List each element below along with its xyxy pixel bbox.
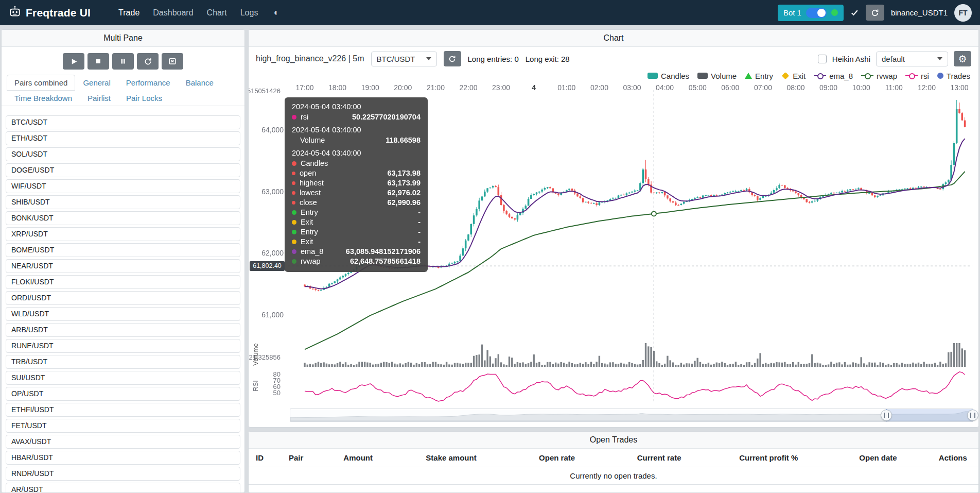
col-open-rate: Open rate [504, 449, 610, 467]
pair-list-item[interactable]: HBAR/USDT [6, 451, 240, 465]
datazoom-slider[interactable] [290, 409, 973, 422]
pair-list-item[interactable]: WLD/USDT [6, 307, 240, 321]
legend-label: Candles [661, 72, 689, 80]
pair-list-item[interactable]: OP/USDT [6, 387, 240, 401]
main-content: Multi Pane Pairs combined General Perfor… [0, 25, 980, 493]
col-actions: Actions [927, 449, 978, 467]
theme-toggle-icon[interactable]: ◐ [273, 7, 279, 18]
pane-tabs: Pairs combined General Performance Balan… [2, 75, 244, 106]
pair-select-value: BTC/USDT [377, 55, 415, 63]
pair-list-item[interactable]: RUNE/USDT [6, 339, 240, 353]
pair-list-item[interactable]: XRP/USDT [6, 227, 240, 241]
reload-config-button[interactable] [137, 53, 159, 70]
Volume-marker-icon [697, 73, 708, 79]
nav-chart[interactable]: Chart [207, 8, 227, 18]
pair-list-item[interactable]: ETH/USDT [6, 131, 240, 145]
tooltip-row-Volume: Volume118.66598 [292, 136, 421, 144]
datazoom-left-handle[interactable] [881, 410, 892, 421]
pair-list-item[interactable]: FET/USDT [6, 419, 240, 433]
pair-list-item[interactable]: BOME/USDT [6, 243, 240, 257]
tab-performance[interactable]: Performance [118, 75, 178, 91]
empty-trades-message: Currently no open trades. [249, 467, 978, 485]
crosshair-price-tag: 61,802.40 [250, 261, 285, 271]
rvwap-dot-icon [292, 259, 296, 264]
freqtrade-logo-icon [8, 5, 22, 21]
pair-list-item[interactable]: ORDI/USDT [6, 291, 240, 305]
legend-label: Entry [755, 72, 773, 80]
pair-list-item[interactable]: BTC/USDT [6, 115, 240, 129]
pair-list-item[interactable]: RNDR/USDT [6, 467, 240, 481]
tab-time-breakdown[interactable]: Time Breakdown [7, 90, 80, 106]
nav-dashboard[interactable]: Dashboard [153, 8, 193, 18]
stop-button[interactable] [87, 53, 109, 70]
entry-dot-icon [292, 210, 296, 215]
legend-label: rsi [921, 72, 929, 80]
heikin-ashi-label: Heikin Ashi [832, 55, 870, 63]
chart-tooltip: 2024-05-04 03:40:00rsi50.225770201907042… [285, 97, 428, 272]
datazoom-canvas [290, 409, 973, 421]
pair-list-item[interactable]: NEAR/USDT [6, 259, 240, 273]
open-trades-header: Open Trades [249, 432, 978, 449]
plot-settings-button[interactable]: ⚙ [954, 51, 971, 66]
gear-icon: ⚙ [958, 54, 967, 64]
tooltip-row-Exit: Exit- [292, 237, 421, 246]
tab-pairs-combined[interactable]: Pairs combined [7, 75, 75, 91]
datazoom-right-handle[interactable] [967, 410, 978, 421]
heikin-ashi-checkbox[interactable] [818, 55, 827, 63]
legend-Entry[interactable]: Entry [745, 72, 773, 80]
pair-list-item[interactable]: AR/USDT [6, 483, 240, 492]
pair-list-item[interactable]: SOL/USDT [6, 147, 240, 161]
pair-select[interactable]: BTC/USDT [371, 52, 437, 66]
legend-Volume[interactable]: Volume [697, 72, 737, 80]
pair-list-item[interactable]: WIF/USDT [6, 179, 240, 193]
check-icon [850, 8, 859, 17]
tooltip-row-Candles: Candles [292, 159, 421, 167]
tooltip-timestamp: 2024-05-04 03:40:00 [292, 149, 421, 157]
legend-Trades[interactable]: Trades [937, 72, 970, 80]
dot-dot-icon [292, 181, 295, 185]
tab-pairlist[interactable]: Pairlist [80, 90, 118, 106]
chart-refresh-button[interactable] [444, 51, 461, 66]
pair-list-item[interactable]: ETHFI/USDT [6, 403, 240, 417]
bot-toggle[interactable] [806, 8, 827, 18]
bot-selector[interactable]: Bot 1 [778, 5, 844, 21]
long-entries-label: Long entries: 0 [468, 55, 519, 63]
play-button[interactable] [63, 53, 84, 70]
legend-rsi[interactable]: rsi [905, 72, 929, 80]
pair-list-item[interactable]: SUI/USDT [6, 371, 240, 385]
pair-list-item[interactable]: DOGE/USDT [6, 163, 240, 177]
rsi-marker-icon [905, 75, 918, 76]
col-amount: Amount [318, 449, 398, 467]
Exit-marker-icon [782, 72, 789, 79]
pair-list-item[interactable]: FLOKI/USDT [6, 275, 240, 289]
col-pair: Pair [274, 449, 318, 467]
pair-list-item[interactable]: BONK/USDT [6, 211, 240, 225]
pair-list-item[interactable]: ARB/USDT [6, 323, 240, 337]
bot-online-dot [831, 9, 838, 16]
legend-ema_8[interactable]: ema_8 [814, 72, 853, 80]
candles-dot-icon [292, 161, 296, 166]
chevron-down-icon [937, 57, 942, 60]
app-title: Freqtrade UI [26, 7, 91, 19]
Candles-marker-icon [647, 73, 658, 79]
avatar[interactable]: FT [954, 4, 972, 22]
nav-trade[interactable]: Trade [118, 8, 139, 18]
tooltip-row-Exit: Exit- [292, 218, 421, 226]
pair-list-item[interactable]: TRB/USDT [6, 355, 240, 369]
tab-general[interactable]: General [75, 75, 118, 91]
clear-table-button[interactable] [162, 53, 183, 70]
tab-balance[interactable]: Balance [178, 75, 221, 91]
nav-logs[interactable]: Logs [240, 8, 258, 18]
chart-legend: CandlesVolumeEntryExitema_8rvwaprsiTrade… [249, 70, 978, 83]
pair-list-item[interactable]: AVAX/USDT [6, 435, 240, 449]
pair-list-item[interactable]: SHIB/USDT [6, 195, 240, 209]
legend-rvwap[interactable]: rvwap [861, 72, 897, 80]
chart-header: Chart [249, 30, 978, 47]
pause-button[interactable] [112, 53, 134, 70]
legend-Candles[interactable]: Candles [647, 72, 689, 80]
reload-bot-button[interactable] [866, 5, 884, 21]
pair-list: BTC/USDTETH/USDTSOL/USDTDOGE/USDTWIF/USD… [2, 106, 244, 492]
plot-config-select[interactable]: default [876, 52, 948, 66]
tab-pair-locks[interactable]: Pair Locks [118, 90, 170, 106]
legend-Exit[interactable]: Exit [781, 72, 806, 80]
